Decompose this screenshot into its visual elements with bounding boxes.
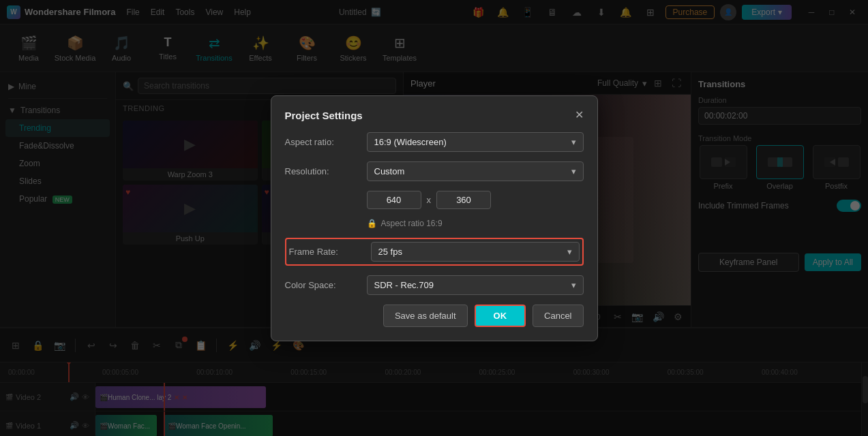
frame-rate-value: 25 fps bbox=[378, 247, 402, 257]
frame-rate-select[interactable]: 25 fps ▾ bbox=[371, 242, 580, 262]
frame-rate-label: Frame Rate: bbox=[289, 247, 371, 257]
dialog-overlay: Project Settings ✕ Aspect ratio: 16:9 (W… bbox=[0, 0, 868, 436]
aspect-ratio-label: Aspect ratio: bbox=[285, 137, 367, 147]
resolution-row: Resolution: Custom ▾ bbox=[285, 161, 584, 181]
lock-icon: 🔒 bbox=[367, 219, 377, 228]
height-input[interactable] bbox=[436, 191, 491, 209]
color-space-row: Color Space: SDR - Rec.709 ▾ bbox=[285, 275, 584, 295]
resolution-select[interactable]: Custom ▾ bbox=[367, 161, 584, 181]
dialog-title-text: Project Settings bbox=[285, 110, 363, 121]
aspect-note-text: Aspect ratio 16:9 bbox=[381, 219, 443, 228]
dialog-close-button[interactable]: ✕ bbox=[575, 110, 584, 121]
aspect-note-row: 🔒 Aspect ratio 16:9 bbox=[367, 219, 584, 228]
frame-rate-row: Frame Rate: 25 fps ▾ bbox=[285, 238, 584, 266]
dialog-buttons: Save as default OK Cancel bbox=[285, 305, 584, 327]
aspect-ratio-row: Aspect ratio: 16:9 (Widescreen) ▾ bbox=[285, 132, 584, 152]
dimensions-x: x bbox=[427, 195, 432, 205]
aspect-ratio-value: 16:9 (Widescreen) bbox=[374, 137, 447, 147]
width-input[interactable] bbox=[367, 191, 421, 209]
dialog-title-row: Project Settings ✕ bbox=[285, 110, 584, 121]
cancel-button[interactable]: Cancel bbox=[533, 305, 583, 327]
dimensions-row: x bbox=[285, 191, 584, 209]
color-space-value: SDR - Rec.709 bbox=[374, 280, 434, 290]
frame-rate-arrow: ▾ bbox=[567, 247, 572, 257]
aspect-ratio-select[interactable]: 16:9 (Widescreen) ▾ bbox=[367, 132, 584, 152]
aspect-ratio-arrow: ▾ bbox=[571, 137, 576, 147]
ok-button[interactable]: OK bbox=[475, 305, 526, 327]
dimensions-group: x bbox=[367, 191, 584, 209]
save-default-button[interactable]: Save as default bbox=[383, 305, 468, 327]
color-space-label: Color Space: bbox=[285, 280, 367, 290]
color-space-arrow: ▾ bbox=[571, 280, 576, 290]
color-space-select[interactable]: SDR - Rec.709 ▾ bbox=[367, 275, 584, 295]
resolution-arrow: ▾ bbox=[571, 166, 576, 176]
resolution-label: Resolution: bbox=[285, 166, 367, 176]
project-settings-dialog: Project Settings ✕ Aspect ratio: 16:9 (W… bbox=[271, 95, 598, 341]
resolution-value: Custom bbox=[374, 166, 405, 176]
